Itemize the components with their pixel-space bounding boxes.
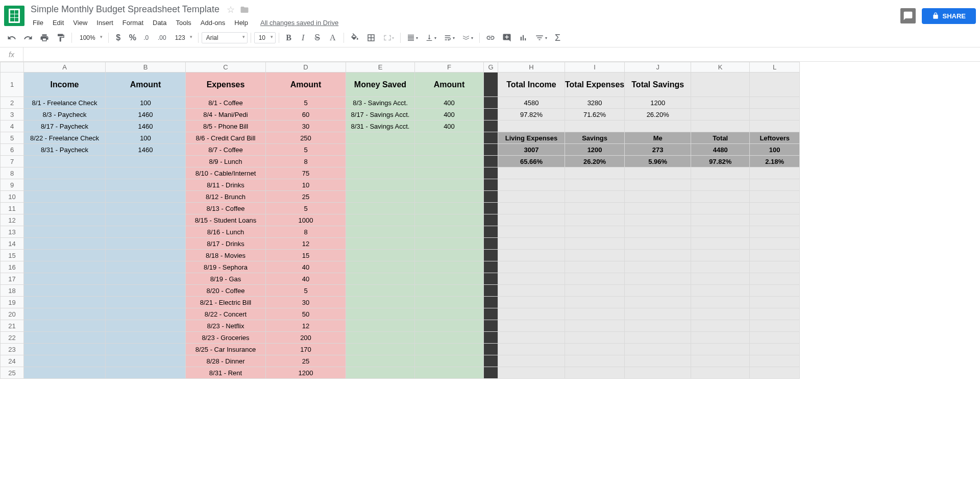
cell-I12[interactable] [565,214,625,226]
cell-K9[interactable] [691,179,750,191]
save-status[interactable]: All changes saved in Drive [260,19,338,27]
cell-C18[interactable]: 8/20 - Coffee [186,285,266,297]
col-header-K[interactable]: K [691,62,750,72]
cell-K23[interactable] [691,344,750,355]
cell-C20[interactable]: 8/22 - Concert [186,308,266,320]
cell-E9[interactable] [346,179,415,191]
cell-B8[interactable] [106,167,186,179]
cell-J16[interactable] [625,261,691,273]
cell-C16[interactable]: 8/19 - Sephora [186,261,266,273]
cell-L20[interactable] [750,308,800,320]
cell-K13[interactable] [691,226,750,238]
cell-H23[interactable] [498,344,565,355]
menu-edit[interactable]: Edit [48,17,68,29]
row-header-24[interactable]: 24 [1,355,24,367]
cell-D8[interactable]: 75 [266,167,346,179]
cell-A1[interactable]: Income [24,72,106,97]
currency-button[interactable]: $ [112,31,125,44]
cell-D10[interactable]: 25 [266,191,346,203]
cell-G11[interactable] [484,203,498,214]
cell-G16[interactable] [484,261,498,273]
cell-A4[interactable]: 8/17 - Paycheck [24,120,106,132]
cell-H9[interactable] [498,179,565,191]
col-header-G[interactable]: G [484,62,498,72]
cell-L23[interactable] [750,344,800,355]
cell-J10[interactable] [625,191,691,203]
cell-A8[interactable] [24,167,106,179]
cell-G24[interactable] [484,355,498,367]
cell-L24[interactable] [750,355,800,367]
menu-tools[interactable]: Tools [172,17,195,29]
cell-F15[interactable] [415,250,484,261]
col-header-D[interactable]: D [266,62,346,72]
cell-G2[interactable] [484,97,498,109]
cell-B17[interactable] [106,273,186,285]
cell-L2[interactable] [750,97,800,109]
insert-comment-button[interactable] [499,31,514,44]
row-header-4[interactable]: 4 [1,120,24,132]
cell-B18[interactable] [106,285,186,297]
cell-L13[interactable] [750,226,800,238]
cell-L7[interactable]: 2.18% [750,156,800,167]
italic-button[interactable]: I [297,31,310,44]
cell-F1[interactable]: Amount [415,72,484,97]
cell-A19[interactable] [24,297,106,308]
cell-H24[interactable] [498,355,565,367]
col-header-H[interactable]: H [498,62,565,72]
cell-F25[interactable] [415,367,484,379]
cell-D3[interactable]: 60 [266,109,346,120]
cell-J6[interactable]: 273 [625,144,691,156]
cell-C15[interactable]: 8/18 - Movies [186,250,266,261]
star-icon[interactable]: ☆ [227,4,235,15]
cell-B20[interactable] [106,308,186,320]
cell-H13[interactable] [498,226,565,238]
row-header-2[interactable]: 2 [1,97,24,109]
decimal-increase-button[interactable]: .00 [155,31,169,44]
cell-L16[interactable] [750,261,800,273]
cell-B22[interactable] [106,332,186,344]
cell-F18[interactable] [415,285,484,297]
cell-G12[interactable] [484,214,498,226]
cell-E21[interactable] [346,320,415,332]
cell-E2[interactable]: 8/3 - Savings Acct. [346,97,415,109]
cell-E4[interactable]: 8/31 - Savings Acct. [346,120,415,132]
cell-C4[interactable]: 8/5 - Phone Bill [186,120,266,132]
cell-J24[interactable] [625,355,691,367]
cell-I4[interactable] [565,120,625,132]
cell-K6[interactable]: 4480 [691,144,750,156]
cell-K16[interactable] [691,261,750,273]
cell-B23[interactable] [106,344,186,355]
cell-H25[interactable] [498,367,565,379]
cell-F9[interactable] [415,179,484,191]
cell-E11[interactable] [346,203,415,214]
row-header-19[interactable]: 19 [1,297,24,308]
cell-B19[interactable] [106,297,186,308]
cell-C6[interactable]: 8/7 - Coffee [186,144,266,156]
cell-J12[interactable] [625,214,691,226]
cell-A24[interactable] [24,355,106,367]
cell-I24[interactable] [565,355,625,367]
cell-L18[interactable] [750,285,800,297]
cell-E18[interactable] [346,285,415,297]
cell-G14[interactable] [484,238,498,250]
cell-D17[interactable]: 40 [266,273,346,285]
cell-A20[interactable] [24,308,106,320]
cell-K7[interactable]: 97.82% [691,156,750,167]
cell-H3[interactable]: 97.82% [498,109,565,120]
cell-L11[interactable] [750,203,800,214]
cell-D19[interactable]: 30 [266,297,346,308]
cell-A7[interactable] [24,156,106,167]
cell-H7[interactable]: 65.66% [498,156,565,167]
spreadsheet-grid[interactable]: ABCDEFGHIJKL1IncomeAmountExpensesAmountM… [0,62,980,477]
cell-H22[interactable] [498,332,565,344]
cell-K1[interactable] [691,72,750,97]
cell-K4[interactable] [691,120,750,132]
cell-F20[interactable] [415,308,484,320]
cell-E10[interactable] [346,191,415,203]
row-header-20[interactable]: 20 [1,308,24,320]
functions-button[interactable]: Σ [551,31,565,44]
col-header-J[interactable]: J [625,62,691,72]
cell-B5[interactable]: 100 [106,132,186,144]
row-header-25[interactable]: 25 [1,367,24,379]
cell-F24[interactable] [415,355,484,367]
